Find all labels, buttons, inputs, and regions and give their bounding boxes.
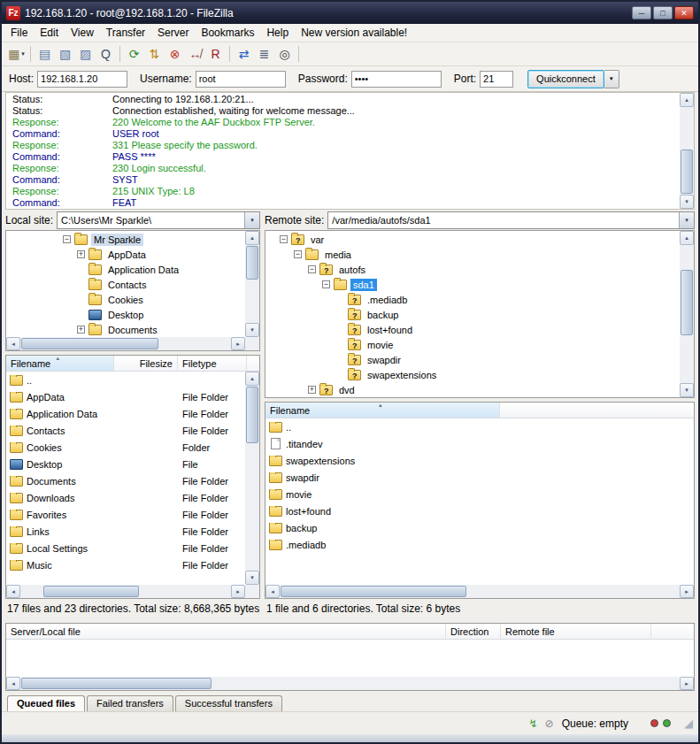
scroll-right-button[interactable]: ▸ [231, 585, 245, 598]
column-header-filename[interactable]: Filename▴ [265, 403, 500, 418]
scroll-up-button[interactable]: ▴ [680, 231, 694, 245]
menu-item-edit[interactable]: Edit [34, 25, 65, 41]
tree-item-documents[interactable]: +Documents [6, 322, 259, 337]
tree-item-contacts[interactable]: Contacts [6, 277, 259, 292]
tree-item-var[interactable]: −?var [265, 232, 694, 247]
close-button[interactable]: ✕ [674, 6, 694, 19]
scroll-up-button[interactable]: ▴ [245, 372, 259, 386]
scroll-left-button[interactable]: ◂ [265, 585, 280, 598]
quickconnect-dropdown-button[interactable]: ▾ [604, 70, 619, 88]
scroll-left-button[interactable]: ◂ [6, 585, 20, 598]
queue-hscrollbar[interactable]: ◂▸ [6, 677, 694, 690]
remote-tree-vscrollbar[interactable]: ▴▾ [680, 231, 694, 397]
toggle-message-log-button[interactable]: ▤ [35, 44, 55, 64]
tree-item-desktop[interactable]: Desktop [6, 307, 259, 322]
file-row-backup[interactable]: backup [265, 519, 694, 536]
file-row-documents[interactable]: DocumentsFile Folder [6, 472, 259, 489]
quickconnect-button[interactable]: Quickconnect [527, 70, 604, 88]
username-input[interactable] [196, 71, 286, 88]
local-list-vscrollbar[interactable]: ▴▾ [245, 372, 259, 585]
column-header-server-local-file[interactable]: Server/Local file [6, 624, 446, 640]
menu-item-file[interactable]: File [4, 25, 34, 41]
synchronized-browsing-button[interactable]: ⇄ [234, 44, 254, 64]
scroll-left-button[interactable]: ◂ [6, 677, 20, 690]
file-row-cookies[interactable]: CookiesFolder [6, 439, 259, 456]
column-header-remote-file[interactable]: Remote file [501, 624, 651, 640]
file-row-desktop[interactable]: DesktopFile [6, 456, 259, 472]
scroll-thumb[interactable] [21, 678, 212, 689]
menu-item-server[interactable]: Server [151, 25, 195, 41]
expand-icon[interactable]: + [77, 326, 85, 334]
toggle-remote-tree-button[interactable]: ▨ [75, 44, 96, 64]
scroll-right-button[interactable]: ▸ [231, 337, 245, 350]
cancel-button[interactable]: ⊗ [165, 44, 185, 64]
tree-item-backup[interactable]: ?backup [265, 307, 694, 322]
remote-site-combobox[interactable]: /var/media/autofs/sda1 ▾ [327, 211, 695, 229]
refresh-button[interactable]: ⟳ [124, 44, 144, 64]
collapse-icon[interactable]: − [308, 265, 316, 273]
file-row-local-settings[interactable]: Local SettingsFile Folder [6, 540, 259, 556]
tree-item-application-data[interactable]: Application Data [6, 262, 259, 277]
file-row-parent-directory[interactable]: .. [265, 418, 694, 435]
tree-item-mediadb[interactable]: ?.mediadb [265, 292, 694, 307]
tab-successful-transfers[interactable]: Successful transfers [175, 695, 282, 711]
tab-failed-transfers[interactable]: Failed transfers [87, 695, 173, 711]
collapse-icon[interactable]: − [294, 250, 302, 258]
scroll-right-button[interactable]: ▸ [680, 677, 694, 690]
file-row-favorites[interactable]: FavoritesFile Folder [6, 506, 259, 523]
file-row-swapextensions[interactable]: swapextensions [265, 452, 694, 469]
scroll-thumb[interactable] [43, 586, 139, 597]
site-manager-button[interactable]: ▦▾ [6, 44, 27, 64]
activity-indicator-icon[interactable]: ↯ [529, 717, 538, 730]
find-files-button[interactable]: ◎ [274, 44, 295, 64]
tree-item-movie[interactable]: ?movie [265, 337, 694, 352]
expand-icon[interactable]: + [308, 386, 316, 394]
directory-comparison-button[interactable]: ≣ [254, 44, 274, 64]
file-row-music[interactable]: MusicFile Folder [6, 556, 259, 573]
scroll-right-button[interactable]: ▸ [680, 585, 694, 598]
disconnect-button[interactable]: ↮ [185, 44, 205, 64]
file-row-links[interactable]: LinksFile Folder [6, 523, 259, 540]
column-header-direction[interactable]: Direction [446, 624, 501, 640]
tree-item-appdata[interactable]: +AppData [6, 247, 259, 262]
scroll-thumb[interactable] [281, 586, 466, 597]
scroll-up-button[interactable]: ▴ [680, 93, 694, 107]
tree-item-swapdir[interactable]: ?swapdir [265, 352, 694, 367]
scroll-thumb[interactable] [681, 270, 693, 335]
menu-item-transfer[interactable]: Transfer [100, 25, 151, 41]
port-input[interactable] [480, 71, 513, 88]
remote-list-hscrollbar[interactable]: ◂▸ [265, 585, 694, 598]
toggle-queue-button[interactable]: Q [96, 44, 116, 64]
local-tree-hscrollbar[interactable]: ◂▸ [6, 337, 245, 350]
file-row-swapdir[interactable]: swapdir [265, 469, 694, 486]
menu-item-view[interactable]: View [65, 25, 100, 41]
local-site-dropdown-button[interactable]: ▾ [244, 212, 259, 228]
column-header-filesize[interactable]: Filesize [114, 356, 178, 372]
file-row-parent-directory[interactable]: .. [6, 372, 259, 388]
tab-queued-files[interactable]: Queued files [7, 695, 85, 711]
tree-item-media[interactable]: −media [265, 247, 694, 262]
title-bar[interactable]: Fz 192.168.1.20 - root@192.168.1.20 - Fi… [2, 2, 698, 24]
scroll-up-button[interactable]: ▴ [245, 231, 259, 245]
tree-item-dvd[interactable]: +?dvd [265, 382, 694, 397]
log-scrollbar[interactable]: ▴▾ [680, 93, 694, 209]
menu-item-new-version-available[interactable]: New version available! [295, 25, 413, 41]
expand-icon[interactable]: + [77, 250, 85, 258]
remote-site-dropdown-button[interactable]: ▾ [679, 212, 694, 228]
minimize-button[interactable]: ─ [632, 6, 651, 19]
file-row-appdata[interactable]: AppDataFile Folder [6, 388, 259, 405]
menu-item-help[interactable]: Help [260, 25, 295, 41]
file-row-contacts[interactable]: ContactsFile Folder [6, 422, 259, 439]
column-header-filename[interactable]: Filename▴ [6, 356, 114, 372]
file-row-mediadb[interactable]: .mediadb [265, 536, 694, 553]
scroll-thumb[interactable] [681, 150, 693, 194]
tree-item-cookies[interactable]: Cookies [6, 292, 259, 307]
maximize-button[interactable]: □ [653, 6, 673, 19]
host-input[interactable] [37, 71, 127, 88]
file-row-titandev[interactable]: .titandev [265, 435, 694, 452]
tree-item-swapextensions[interactable]: ?swapextensions [265, 367, 694, 382]
scroll-down-button[interactable]: ▾ [680, 383, 694, 397]
reconnect-button[interactable]: R [205, 44, 226, 64]
resize-grip-icon[interactable]: ◢ [684, 717, 693, 730]
scroll-down-button[interactable]: ▾ [245, 571, 259, 585]
